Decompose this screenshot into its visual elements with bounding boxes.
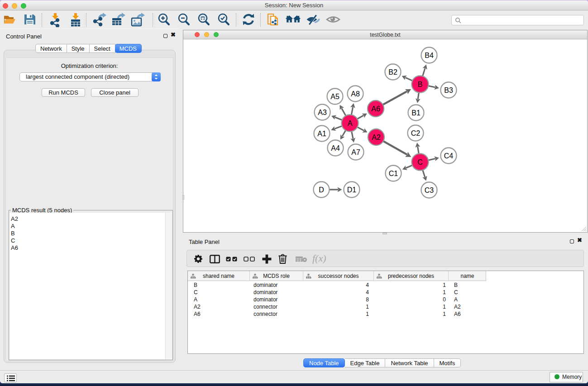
svg-text:A7: A7 [351,148,360,156]
svg-text:A3: A3 [318,109,327,116]
svg-text:C3: C3 [425,186,434,194]
svg-text:C1: C1 [389,170,398,177]
svg-text:A2: A2 [372,133,381,141]
svg-text:A5: A5 [330,93,339,100]
svg-text:C2: C2 [411,129,421,137]
svg-text:B: B [418,81,423,88]
svg-text:A: A [348,119,353,127]
svg-text:A6: A6 [371,105,380,113]
svg-text:C: C [417,158,423,166]
svg-text:D1: D1 [347,186,357,194]
svg-text:D: D [319,186,324,194]
svg-text:B2: B2 [388,68,397,76]
svg-text:C4: C4 [444,152,454,160]
svg-text:B1: B1 [411,109,421,117]
svg-text:B4: B4 [425,52,434,59]
svg-text:A1: A1 [317,130,326,138]
svg-text:B3: B3 [444,86,453,94]
svg-text:A8: A8 [351,90,360,98]
svg-text:A4: A4 [331,144,340,152]
